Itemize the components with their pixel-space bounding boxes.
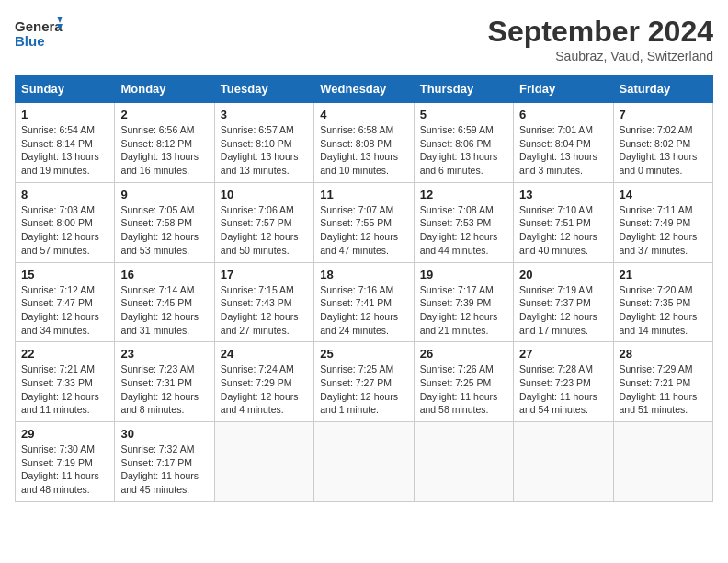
calendar-cell bbox=[414, 422, 513, 502]
day-number: 9 bbox=[120, 188, 208, 201]
calendar-cell: 6Sunrise: 7:01 AM Sunset: 8:04 PM Daylig… bbox=[514, 103, 613, 183]
day-number: 26 bbox=[420, 347, 507, 361]
day-number: 12 bbox=[420, 188, 507, 201]
calendar-cell: 19Sunrise: 7:17 AM Sunset: 7:39 PM Dayli… bbox=[414, 262, 513, 342]
calendar-cell: 13Sunrise: 7:10 AM Sunset: 7:51 PM Dayli… bbox=[514, 182, 613, 262]
day-number: 4 bbox=[320, 108, 407, 121]
day-info: Sunrise: 7:16 AM Sunset: 7:41 PM Dayligh… bbox=[320, 283, 407, 338]
calendar-cell: 15Sunrise: 7:12 AM Sunset: 7:47 PM Dayli… bbox=[16, 262, 115, 342]
day-info: Sunrise: 7:14 AM Sunset: 7:45 PM Dayligh… bbox=[120, 283, 208, 338]
calendar-row: 29Sunrise: 7:30 AM Sunset: 7:19 PM Dayli… bbox=[16, 422, 713, 502]
calendar-cell: 25Sunrise: 7:25 AM Sunset: 7:27 PM Dayli… bbox=[314, 342, 414, 422]
svg-text:General: General bbox=[15, 18, 63, 34]
day-number: 23 bbox=[120, 347, 208, 361]
calendar-body: 1Sunrise: 6:54 AM Sunset: 8:14 PM Daylig… bbox=[16, 103, 713, 502]
day-info: Sunrise: 7:10 AM Sunset: 7:51 PM Dayligh… bbox=[519, 203, 607, 258]
day-number: 14 bbox=[620, 188, 707, 201]
calendar-cell: 3Sunrise: 6:57 AM Sunset: 8:10 PM Daylig… bbox=[214, 103, 313, 183]
day-number: 17 bbox=[221, 268, 308, 282]
day-info: Sunrise: 7:01 AM Sunset: 8:04 PM Dayligh… bbox=[519, 123, 607, 178]
calendar-cell: 30Sunrise: 7:32 AM Sunset: 7:17 PM Dayli… bbox=[115, 422, 214, 502]
day-info: Sunrise: 7:17 AM Sunset: 7:39 PM Dayligh… bbox=[420, 283, 507, 338]
logo-svg: General Blue bbox=[15, 15, 63, 52]
day-info: Sunrise: 7:12 AM Sunset: 7:47 PM Dayligh… bbox=[21, 283, 108, 338]
calendar-row: 22Sunrise: 7:21 AM Sunset: 7:33 PM Dayli… bbox=[16, 342, 713, 422]
page-header: General Blue September 2024 Saubraz, Vau… bbox=[15, 15, 713, 63]
day-info: Sunrise: 7:28 AM Sunset: 7:23 PM Dayligh… bbox=[519, 362, 607, 417]
day-number: 20 bbox=[519, 268, 607, 282]
day-number: 15 bbox=[21, 268, 108, 282]
calendar-cell: 12Sunrise: 7:08 AM Sunset: 7:53 PM Dayli… bbox=[414, 182, 513, 262]
calendar-cell: 2Sunrise: 6:56 AM Sunset: 8:12 PM Daylig… bbox=[115, 103, 214, 183]
day-number: 7 bbox=[620, 108, 707, 121]
day-number: 22 bbox=[21, 347, 108, 361]
calendar-cell: 14Sunrise: 7:11 AM Sunset: 7:49 PM Dayli… bbox=[613, 182, 712, 262]
dow-header: Sunday bbox=[16, 75, 115, 103]
day-info: Sunrise: 7:02 AM Sunset: 8:02 PM Dayligh… bbox=[620, 123, 707, 178]
calendar-row: 15Sunrise: 7:12 AM Sunset: 7:47 PM Dayli… bbox=[16, 262, 713, 342]
day-info: Sunrise: 7:08 AM Sunset: 7:53 PM Dayligh… bbox=[420, 203, 507, 258]
day-number: 5 bbox=[420, 108, 507, 121]
day-info: Sunrise: 7:30 AM Sunset: 7:19 PM Dayligh… bbox=[21, 442, 108, 497]
calendar-cell: 16Sunrise: 7:14 AM Sunset: 7:45 PM Dayli… bbox=[115, 262, 214, 342]
calendar-cell: 17Sunrise: 7:15 AM Sunset: 7:43 PM Dayli… bbox=[214, 262, 313, 342]
calendar-cell bbox=[514, 422, 613, 502]
day-info: Sunrise: 6:54 AM Sunset: 8:14 PM Dayligh… bbox=[21, 123, 108, 178]
day-info: Sunrise: 7:05 AM Sunset: 7:58 PM Dayligh… bbox=[120, 203, 208, 258]
day-number: 28 bbox=[620, 347, 707, 361]
day-of-week-row: SundayMondayTuesdayWednesdayThursdayFrid… bbox=[16, 75, 713, 103]
day-number: 21 bbox=[620, 268, 707, 282]
day-number: 2 bbox=[120, 108, 208, 121]
calendar-cell bbox=[613, 422, 712, 502]
calendar-cell: 27Sunrise: 7:28 AM Sunset: 7:23 PM Dayli… bbox=[514, 342, 613, 422]
dow-header: Monday bbox=[115, 75, 214, 103]
day-number: 24 bbox=[221, 347, 308, 361]
title-block: September 2024 Saubraz, Vaud, Switzerlan… bbox=[488, 15, 713, 63]
logo: General Blue bbox=[15, 15, 63, 52]
calendar-cell: 7Sunrise: 7:02 AM Sunset: 8:02 PM Daylig… bbox=[613, 103, 712, 183]
calendar-cell: 23Sunrise: 7:23 AM Sunset: 7:31 PM Dayli… bbox=[115, 342, 214, 422]
day-number: 27 bbox=[519, 347, 607, 361]
calendar-cell: 5Sunrise: 6:59 AM Sunset: 8:06 PM Daylig… bbox=[414, 103, 513, 183]
calendar-cell: 20Sunrise: 7:19 AM Sunset: 7:37 PM Dayli… bbox=[514, 262, 613, 342]
calendar-cell: 24Sunrise: 7:24 AM Sunset: 7:29 PM Dayli… bbox=[214, 342, 313, 422]
calendar-row: 1Sunrise: 6:54 AM Sunset: 8:14 PM Daylig… bbox=[16, 103, 713, 183]
dow-header: Thursday bbox=[414, 75, 513, 103]
day-info: Sunrise: 7:06 AM Sunset: 7:57 PM Dayligh… bbox=[221, 203, 308, 258]
day-number: 30 bbox=[120, 427, 208, 441]
dow-header: Saturday bbox=[613, 75, 712, 103]
day-info: Sunrise: 7:25 AM Sunset: 7:27 PM Dayligh… bbox=[320, 362, 407, 417]
calendar-row: 8Sunrise: 7:03 AM Sunset: 8:00 PM Daylig… bbox=[16, 182, 713, 262]
day-info: Sunrise: 7:15 AM Sunset: 7:43 PM Dayligh… bbox=[221, 283, 308, 338]
calendar-cell bbox=[214, 422, 313, 502]
day-info: Sunrise: 7:07 AM Sunset: 7:55 PM Dayligh… bbox=[320, 203, 407, 258]
day-info: Sunrise: 7:32 AM Sunset: 7:17 PM Dayligh… bbox=[120, 442, 208, 497]
calendar-cell: 11Sunrise: 7:07 AM Sunset: 7:55 PM Dayli… bbox=[314, 182, 414, 262]
calendar-cell: 22Sunrise: 7:21 AM Sunset: 7:33 PM Dayli… bbox=[16, 342, 115, 422]
location: Saubraz, Vaud, Switzerland bbox=[488, 49, 713, 63]
day-number: 10 bbox=[221, 188, 308, 201]
day-info: Sunrise: 7:03 AM Sunset: 8:00 PM Dayligh… bbox=[21, 203, 108, 258]
calendar-cell: 9Sunrise: 7:05 AM Sunset: 7:58 PM Daylig… bbox=[115, 182, 214, 262]
day-info: Sunrise: 7:20 AM Sunset: 7:35 PM Dayligh… bbox=[620, 283, 707, 338]
calendar-cell bbox=[314, 422, 414, 502]
calendar-cell: 1Sunrise: 6:54 AM Sunset: 8:14 PM Daylig… bbox=[16, 103, 115, 183]
day-number: 1 bbox=[21, 108, 108, 121]
dow-header: Tuesday bbox=[214, 75, 313, 103]
calendar-cell: 29Sunrise: 7:30 AM Sunset: 7:19 PM Dayli… bbox=[16, 422, 115, 502]
day-number: 8 bbox=[21, 188, 108, 201]
day-number: 19 bbox=[420, 268, 507, 282]
calendar-table: SundayMondayTuesdayWednesdayThursdayFrid… bbox=[15, 75, 713, 502]
day-info: Sunrise: 6:58 AM Sunset: 8:08 PM Dayligh… bbox=[320, 123, 407, 178]
calendar-cell: 10Sunrise: 7:06 AM Sunset: 7:57 PM Dayli… bbox=[214, 182, 313, 262]
day-info: Sunrise: 6:59 AM Sunset: 8:06 PM Dayligh… bbox=[420, 123, 507, 178]
day-number: 25 bbox=[320, 347, 407, 361]
day-number: 29 bbox=[21, 427, 108, 441]
day-number: 13 bbox=[519, 188, 607, 201]
dow-header: Wednesday bbox=[314, 75, 414, 103]
calendar-cell: 4Sunrise: 6:58 AM Sunset: 8:08 PM Daylig… bbox=[314, 103, 414, 183]
day-info: Sunrise: 6:56 AM Sunset: 8:12 PM Dayligh… bbox=[120, 123, 208, 178]
month-title: September 2024 bbox=[488, 15, 713, 49]
calendar-cell: 28Sunrise: 7:29 AM Sunset: 7:21 PM Dayli… bbox=[613, 342, 712, 422]
dow-header: Friday bbox=[514, 75, 613, 103]
